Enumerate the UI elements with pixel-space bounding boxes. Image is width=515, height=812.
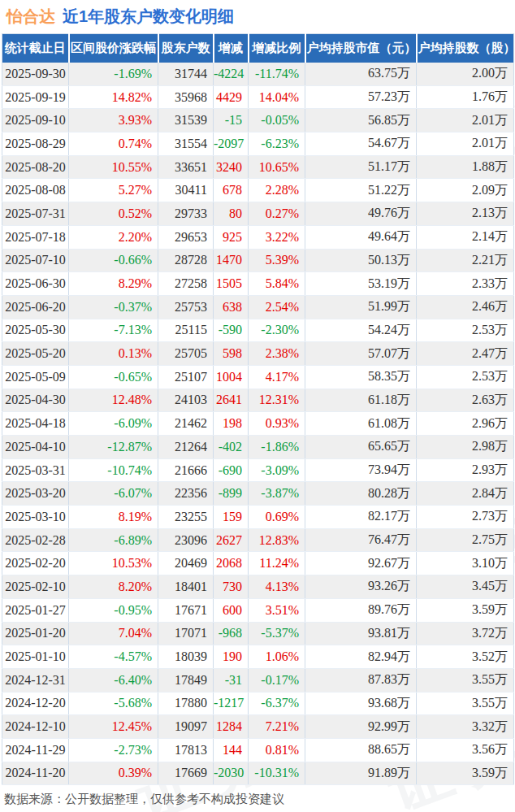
cell-avg-shares: 2.09万 [417,179,514,202]
cell-change: 598 [214,342,249,366]
cell-holders: 18039 [158,645,214,669]
cell-avg-market-value: 63.75万 [305,63,417,86]
cell-avg-market-value: 61.18万 [305,389,417,412]
cell-range-change: 14.82% [69,85,158,109]
table-row: 2025-04-18 -6.09% 21462 198 0.93% 61.08万… [2,412,514,436]
cell-date: 2024-11-29 [2,738,69,762]
cell-range-change: 12.48% [69,389,158,412]
cell-avg-shares: 3.52万 [417,645,514,669]
cell-avg-shares: 3.59万 [417,598,514,622]
cell-holders: 17849 [158,668,214,692]
cell-date: 2025-04-10 [2,436,69,459]
cell-date: 2025-04-30 [2,389,69,412]
cell-avg-shares: 2.53万 [417,319,514,342]
cell-change: 600 [214,598,249,622]
cell-avg-market-value: 73.94万 [305,458,417,482]
cell-range-change: 12.45% [69,715,158,739]
cell-holders: 18401 [158,575,214,599]
cell-range-change: -6.09% [69,412,158,436]
cell-avg-market-value: 92.67万 [305,552,417,575]
cell-avg-shares: 2.98万 [417,436,514,459]
cell-avg-shares: 3.59万 [417,762,514,785]
cell-holders: 17071 [158,622,214,645]
cell-holders: 24103 [158,389,214,412]
cell-change: 198 [214,412,249,436]
cell-range-change: 8.19% [69,506,158,529]
page-title: 怡合达近1年股东户数变化明细 [0,0,515,27]
cell-change-pct: 4.17% [249,365,305,389]
cell-change-pct: 0.69% [249,506,305,529]
table-row: 2025-03-20 -6.07% 22356 -899 -3.87% 80.2… [2,482,514,506]
cell-date: 2025-02-28 [2,528,69,552]
cell-holders: 25753 [158,295,214,319]
data-source-note: 数据来源：公开数据整理，仅供参考不构成投资建议 [4,792,284,807]
cell-range-change: 10.55% [69,155,158,179]
cell-avg-market-value: 54.24万 [305,319,417,342]
cell-avg-shares: 2.47万 [417,342,514,366]
cell-change: 638 [214,295,249,319]
cell-avg-shares: 2.75万 [417,528,514,552]
table-row: 2025-05-30 -7.13% 25115 -590 -2.30% 54.2… [2,319,514,342]
cell-range-change: 0.74% [69,132,158,156]
cell-change: -590 [214,319,249,342]
cell-change-pct: -3.87% [249,482,305,506]
cell-holders: 28728 [158,249,214,272]
table-row: 2025-09-10 3.93% 31539 -15 -0.05% 56.85万… [2,109,514,132]
col-header-holders: 股东户数 [158,34,214,63]
cell-avg-market-value: 61.08万 [305,412,417,436]
table-row: 2025-07-18 2.20% 29653 925 3.22% 49.64万 … [2,225,514,249]
cell-change: -2097 [214,132,249,156]
cell-date: 2025-07-10 [2,249,69,272]
table-row: 2025-02-28 -6.89% 23096 2627 12.83% 76.4… [2,528,514,552]
cell-change-pct: 12.31% [249,389,305,412]
cell-holders: 31554 [158,132,214,156]
cell-avg-shares: 1.76万 [417,85,514,109]
cell-change-pct: -3.09% [249,458,305,482]
cell-change-pct: 2.38% [249,342,305,366]
cell-range-change: -6.40% [69,668,158,692]
cell-holders: 19097 [158,715,214,739]
cell-change: 1470 [214,249,249,272]
cell-date: 2025-09-10 [2,109,69,132]
cell-range-change: 0.13% [69,342,158,366]
cell-range-change: 10.53% [69,552,158,575]
cell-change: 80 [214,202,249,226]
cell-change: -690 [214,458,249,482]
cell-avg-shares: 2.46万 [417,295,514,319]
cell-date: 2024-12-31 [2,668,69,692]
cell-change-pct: 5.84% [249,272,305,296]
cell-range-change: -0.95% [69,598,158,622]
cell-avg-market-value: 93.68万 [305,692,417,715]
cell-avg-market-value: 65.65万 [305,436,417,459]
cell-date: 2025-08-20 [2,155,69,179]
table-row: 2025-06-20 -0.37% 25753 638 2.54% 51.99万… [2,295,514,319]
cell-avg-market-value: 76.47万 [305,528,417,552]
cell-change-pct: -5.37% [249,622,305,645]
cell-avg-market-value: 53.19万 [305,272,417,296]
cell-range-change: 0.52% [69,202,158,226]
title-text: 近1年股东户数变化明细 [63,7,234,25]
header-row: 统计截止日 区间股价涨跌幅 股东户数 增减 增减比例 户均持股市值（元） 户均持… [2,34,514,63]
table-row: 2025-06-30 8.29% 27258 1505 5.84% 53.19万… [2,272,514,296]
cell-avg-market-value: 56.85万 [305,109,417,132]
cell-change-pct: -10.31% [249,762,305,785]
cell-holders: 25115 [158,319,214,342]
cell-holders: 23255 [158,506,214,529]
cell-change-pct: -2.30% [249,319,305,342]
cell-change-pct: 2.28% [249,179,305,202]
cell-change: 678 [214,179,249,202]
cell-change: -2030 [214,762,249,785]
cell-change-pct: 2.54% [249,295,305,319]
table-row: 2025-03-10 8.19% 23255 159 0.69% 82.17万 … [2,506,514,529]
cell-change: 1004 [214,365,249,389]
table-row: 2025-04-10 -12.87% 21264 -402 -1.86% 65.… [2,436,514,459]
cell-date: 2025-09-19 [2,85,69,109]
table-row: 2025-07-10 -0.66% 28728 1470 5.39% 50.13… [2,249,514,272]
cell-holders: 27258 [158,272,214,296]
cell-change: 2627 [214,528,249,552]
cell-avg-shares: 3.10万 [417,552,514,575]
cell-change: 2641 [214,389,249,412]
cell-date: 2025-08-08 [2,179,69,202]
cell-avg-shares: 3.55万 [417,692,514,715]
table-row: 2025-01-10 -4.57% 18039 190 1.06% 82.94万… [2,645,514,669]
